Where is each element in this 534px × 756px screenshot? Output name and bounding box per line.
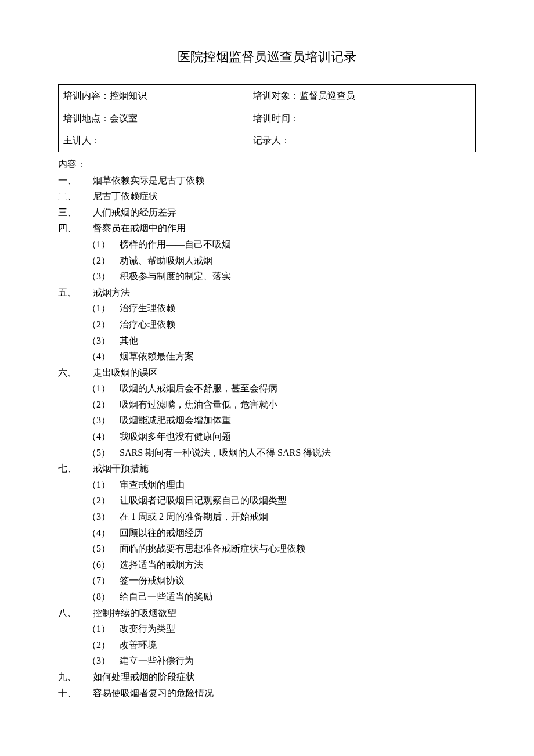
sub-item: （1） 治疗生理依赖 [58, 301, 476, 316]
sub-text: 治疗心理依赖 [116, 317, 175, 332]
sub-item: （1） 审查戒烟的理由 [58, 477, 476, 492]
sub-text: 审查戒烟的理由 [116, 477, 185, 492]
section-num: 九、 [58, 669, 87, 685]
sub-num: （3） [87, 413, 116, 428]
sub-item: （3） 在 1 周或 2 周的准备期后，开始戒烟 [58, 509, 476, 524]
sub-num: （1） [87, 381, 116, 396]
training-content-cell: 培训内容：控烟知识 [59, 85, 248, 107]
section-num: 六、 [58, 365, 87, 380]
sub-text: 改善环境 [116, 638, 157, 653]
sub-num: （4） [87, 525, 116, 541]
section-9: 九、 如何处理戒烟的阶段症状 [58, 669, 476, 685]
sub-item: （2） 让吸烟者记吸烟日记观察自己的吸烟类型 [58, 493, 476, 508]
sub-text: 选择适当的戒烟方法 [116, 557, 203, 573]
sub-num: （8） [87, 589, 116, 604]
sub-item: （1） 榜样的作用——自己不吸烟 [58, 237, 476, 252]
sub-text: 我吸烟多年也没有健康问题 [116, 429, 231, 444]
sub-item: （2） 改善环境 [58, 638, 476, 653]
section-title: 戒烟方法 [87, 285, 130, 300]
sub-item: （2） 吸烟有过滤嘴，焦油含量低，危害就小 [58, 397, 476, 412]
section-num: 十、 [58, 686, 87, 701]
section-5: 五、 戒烟方法 [58, 285, 476, 300]
sub-num: （5） [87, 445, 116, 460]
section-3: 三、 人们戒烟的经历差异 [58, 205, 476, 220]
sub-item: （8） 给自己一些适当的奖励 [58, 589, 476, 604]
section-num: 三、 [58, 205, 87, 220]
training-time-cell: 培训时间： [248, 107, 476, 129]
sub-item: （4） 我吸烟多年也没有健康问题 [58, 429, 476, 444]
sub-item: （3） 建立一些补偿行为 [58, 653, 476, 668]
document-title: 医院控烟监督员巡查员培训记录 [58, 46, 476, 67]
sub-text: 治疗生理依赖 [116, 301, 175, 316]
sub-item: （1） 改变行为类型 [58, 621, 476, 636]
sub-text: 签一份戒烟协议 [116, 573, 185, 588]
sub-text: 给自己一些适当的奖励 [116, 589, 212, 604]
section-num: 四、 [58, 221, 87, 236]
sub-text: 吸烟有过滤嘴，焦油含量低，危害就小 [116, 397, 277, 412]
sub-text: 建立一些补偿行为 [116, 653, 194, 668]
sub-item: （3） 积极参与制度的制定、落实 [58, 269, 476, 284]
section-title: 控制持续的吸烟欲望 [87, 606, 176, 621]
sub-num: （1） [87, 621, 116, 636]
section-title: 烟草依赖实际是尼古丁依赖 [87, 173, 204, 188]
sub-item: （5） 面临的挑战要有思想准备戒断症状与心理依赖 [58, 541, 476, 556]
sub-num: （1） [87, 477, 116, 492]
sub-num: （3） [87, 653, 116, 668]
section-4: 四、 督察员在戒烟中的作用 [58, 221, 476, 236]
sub-num: （4） [87, 349, 116, 364]
sub-text: 积极参与制度的制定、落实 [116, 269, 231, 284]
sub-item: （4） 回顾以往的戒烟经历 [58, 525, 476, 541]
training-location-cell: 培训地点：会议室 [59, 107, 248, 129]
section-7: 七、 戒烟干预措施 [58, 461, 476, 476]
sub-item: （5） SARS 期间有一种说法，吸烟的人不得 SARS 得说法 [58, 445, 476, 460]
section-num: 八、 [58, 606, 87, 621]
section-title: 人们戒烟的经历差异 [87, 205, 176, 220]
sub-num: （2） [87, 317, 116, 332]
section-2: 二、 尼古丁依赖症状 [58, 189, 476, 204]
sub-num: （2） [87, 638, 116, 653]
section-title: 戒烟干预措施 [87, 461, 149, 476]
section-title: 容易使吸烟者复习的危险情况 [87, 686, 214, 701]
sub-text: 吸烟能减肥戒烟会增加体重 [116, 413, 231, 428]
content-label: 内容： [58, 157, 476, 172]
sub-item: （3） 吸烟能减肥戒烟会增加体重 [58, 413, 476, 428]
sub-num: （6） [87, 557, 116, 573]
sub-num: （7） [87, 573, 116, 588]
sub-item: （3） 其他 [58, 333, 476, 348]
sub-text: 其他 [116, 333, 138, 348]
section-title: 如何处理戒烟的阶段症状 [87, 669, 195, 685]
sub-text: 榜样的作用——自己不吸烟 [116, 237, 231, 252]
section-10: 十、 容易使吸烟者复习的危险情况 [58, 686, 476, 701]
section-num: 二、 [58, 189, 87, 204]
sub-num: （3） [87, 333, 116, 348]
sub-text: 让吸烟者记吸烟日记观察自己的吸烟类型 [116, 493, 287, 508]
sub-num: （5） [87, 541, 116, 556]
sub-num: （2） [87, 397, 116, 412]
sub-item: （2） 劝诫、帮助吸烟人戒烟 [58, 253, 476, 268]
sub-num: （4） [87, 429, 116, 444]
sub-text: 在 1 周或 2 周的准备期后，开始戒烟 [116, 509, 268, 524]
sub-text: SARS 期间有一种说法，吸烟的人不得 SARS 得说法 [116, 445, 331, 460]
sub-num: （2） [87, 493, 116, 508]
section-num: 一、 [58, 173, 87, 188]
sub-item: （6） 选择适当的戒烟方法 [58, 557, 476, 573]
section-num: 七、 [58, 461, 87, 476]
section-1: 一、 烟草依赖实际是尼古丁依赖 [58, 173, 476, 188]
sub-text: 改变行为类型 [116, 621, 175, 636]
section-title: 尼古丁依赖症状 [87, 189, 158, 204]
sub-text: 面临的挑战要有思想准备戒断症状与心理依赖 [116, 541, 305, 556]
sub-item: （1） 吸烟的人戒烟后会不舒服，甚至会得病 [58, 381, 476, 396]
sub-num: （1） [87, 237, 116, 252]
info-table: 培训内容：控烟知识 培训对象：监督员巡查员 培训地点：会议室 培训时间： 主讲人… [58, 84, 476, 152]
section-6: 六、 走出吸烟的误区 [58, 365, 476, 380]
recorder-cell: 记录人： [248, 129, 476, 152]
sub-text: 劝诫、帮助吸烟人戒烟 [116, 253, 212, 268]
sub-item: （4） 烟草依赖最佳方案 [58, 349, 476, 364]
sub-num: （3） [87, 509, 116, 524]
sub-text: 烟草依赖最佳方案 [116, 349, 194, 364]
sub-num: （3） [87, 269, 116, 284]
sub-num: （1） [87, 301, 116, 316]
section-8: 八、 控制持续的吸烟欲望 [58, 606, 476, 621]
sub-num: （2） [87, 253, 116, 268]
section-num: 五、 [58, 285, 87, 300]
